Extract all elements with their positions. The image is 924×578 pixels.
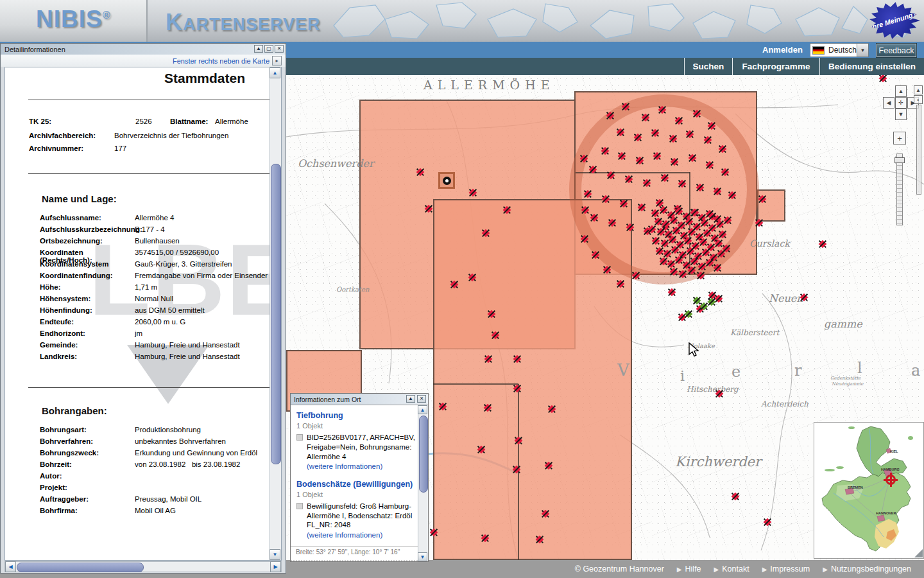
menu-fachprogramme[interactable]: Fachprogramme [732, 58, 819, 75]
borehole-marker-red[interactable] [602, 265, 612, 275]
borehole-marker-red[interactable] [579, 234, 590, 244]
borehole-marker-red[interactable] [715, 219, 725, 229]
popup-scrollbar[interactable]: ▲ ▼ [418, 405, 428, 561]
borehole-marker-red[interactable] [583, 189, 593, 199]
borehole-marker-red[interactable] [668, 134, 678, 144]
borehole-marker-red[interactable] [652, 151, 662, 161]
borehole-marker-red[interactable] [619, 198, 629, 209]
maximize-icon[interactable]: ▢ [264, 45, 273, 53]
borehole-marker-red[interactable] [703, 135, 713, 145]
borehole-marker-red[interactable] [547, 404, 557, 414]
zoom-in-button[interactable]: + [893, 132, 906, 144]
more-info-link[interactable]: (weitere Informationen) [307, 462, 416, 471]
borehole-marker-red[interactable] [424, 204, 434, 214]
footer-link[interactable]: ▶Nutzungsbedingungen [823, 565, 911, 574]
zoom-slider-thumb[interactable] [894, 157, 905, 163]
info-popup-titlebar[interactable]: Informationen zum Ort ▲ ✕ [291, 394, 428, 405]
popup-scroll-thumb[interactable] [419, 416, 428, 493]
borehole-marker-red[interactable] [468, 188, 478, 198]
scroll-down-icon[interactable]: ▼ [270, 549, 280, 560]
pan-center-button[interactable]: ✛ [895, 97, 907, 109]
borehole-marker-red[interactable] [677, 179, 687, 189]
borehole-marker-red[interactable] [512, 383, 522, 394]
more-info-link[interactable]: (weitere Informationen) [307, 530, 416, 540]
borehole-marker-red[interactable] [579, 153, 589, 164]
borehole-marker-red[interactable] [512, 354, 522, 364]
borehole-marker-red[interactable] [589, 213, 599, 223]
borehole-marker-red[interactable] [635, 155, 645, 166]
menu-suchen[interactable]: Suchen [684, 58, 732, 75]
borehole-marker-red[interactable] [696, 270, 706, 281]
vertical-scrollbar[interactable]: ▲ ▼ [270, 67, 281, 560]
language-select[interactable]: Deutsch ▼ [810, 43, 869, 57]
borehole-marker-red[interactable] [588, 164, 598, 175]
borehole-marker-red[interactable] [762, 517, 773, 527]
minimize-icon[interactable]: ▲ [406, 395, 415, 403]
dock-right-icon[interactable]: ▸ [272, 56, 282, 66]
map-scrollbar-track[interactable] [916, 105, 921, 195]
borehole-marker-red[interactable] [483, 354, 493, 364]
borehole-marker-red[interactable] [660, 173, 670, 183]
borehole-marker-red[interactable] [640, 112, 651, 123]
map-scroll-up-button[interactable]: ▲ [914, 85, 923, 94]
scroll-right-icon[interactable]: ▶ [270, 561, 281, 572]
scroll-up-icon[interactable]: ▲ [270, 67, 280, 78]
borehole-marker-red[interactable] [511, 464, 522, 475]
borehole-marker-red[interactable] [757, 194, 767, 204]
borehole-marker-red[interactable] [669, 157, 680, 167]
borehole-marker-red[interactable] [712, 263, 723, 273]
map-scroll-button[interactable]: ▪ [914, 95, 923, 104]
borehole-marker-red[interactable] [540, 509, 551, 519]
footer-link[interactable]: ▶Impressum [762, 565, 810, 574]
pan-down-button[interactable]: ▼ [895, 109, 907, 120]
borehole-marker-green[interactable] [706, 297, 717, 307]
borehole-marker-red[interactable] [449, 279, 459, 290]
borehole-marker-red[interactable] [695, 182, 705, 193]
borehole-marker-red[interactable] [674, 116, 684, 126]
borehole-marker-red[interactable] [415, 167, 425, 177]
borehole-marker-red[interactable] [720, 167, 730, 177]
footer-link[interactable]: ▶Hilfe [677, 565, 701, 574]
borehole-marker-red[interactable] [692, 109, 702, 119]
borehole-marker-red[interactable] [624, 174, 634, 184]
borehole-marker-red[interactable] [476, 444, 486, 455]
borehole-marker-red[interactable] [717, 144, 728, 154]
borehole-marker-red[interactable] [615, 279, 626, 289]
borehole-marker-red[interactable] [429, 527, 439, 538]
zoom-slider-track[interactable] [896, 153, 903, 225]
borehole-marker-red[interactable] [730, 491, 740, 502]
borehole-marker-red[interactable] [467, 272, 477, 283]
borehole-marker-red[interactable] [600, 146, 610, 156]
borehole-marker-red[interactable] [878, 75, 888, 83]
borehole-marker-red[interactable] [607, 218, 617, 228]
borehole-marker-red[interactable] [631, 270, 641, 281]
hscroll-thumb[interactable] [17, 563, 144, 572]
borehole-marker-red[interactable] [714, 389, 724, 399]
borehole-marker-red[interactable] [513, 435, 524, 446]
borehole-marker-red[interactable] [685, 129, 695, 139]
dock-right-link[interactable]: Fenster rechts neben die Karte [173, 57, 270, 65]
borehole-marker-red[interactable] [817, 239, 828, 249]
borehole-marker-red[interactable] [637, 202, 647, 213]
menu-bedienung-einstellen[interactable]: Bedienung einstellen [819, 58, 924, 75]
borehole-marker-red[interactable] [481, 228, 491, 238]
borehole-marker-red[interactable] [601, 194, 611, 204]
feedback-button[interactable]: Feedback [877, 44, 916, 57]
borehole-marker-red[interactable] [727, 190, 737, 200]
borehole-marker-red[interactable] [625, 222, 635, 232]
pan-up-button[interactable]: ▲ [895, 85, 907, 97]
minimize-icon[interactable]: ▲ [254, 45, 263, 53]
detail-panel-titlebar[interactable]: Detailinformationen ▲ ▢ ✕ [1, 44, 286, 55]
borehole-marker-red[interactable] [620, 101, 631, 112]
borehole-marker-red[interactable] [633, 132, 643, 143]
selected-borehole-marker[interactable] [438, 172, 455, 189]
borehole-marker-red[interactable] [490, 330, 501, 340]
borehole-marker-red[interactable] [712, 186, 723, 197]
borehole-marker-red[interactable] [486, 309, 497, 319]
login-link[interactable]: Anmelden [762, 45, 803, 55]
borehole-marker-red[interactable] [642, 178, 652, 188]
borehole-marker-red[interactable] [606, 170, 616, 180]
borehole-marker-red[interactable] [590, 250, 601, 260]
scroll-up-icon[interactable]: ▲ [418, 405, 427, 414]
borehole-marker-red[interactable] [650, 128, 660, 138]
